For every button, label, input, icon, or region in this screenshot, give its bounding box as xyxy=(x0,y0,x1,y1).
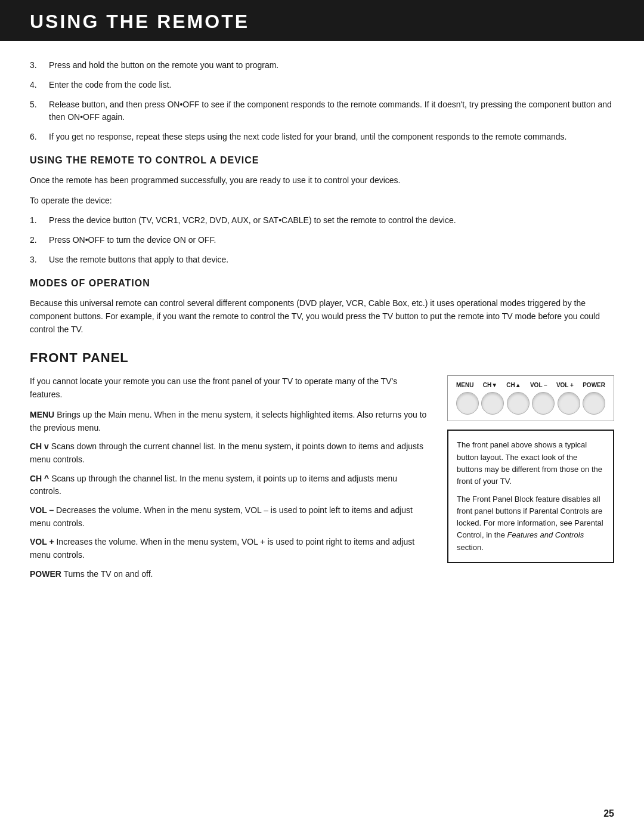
control-steps: 1. Press the device button (TV, VCR1, VC… xyxy=(30,214,614,266)
list-num: 5. xyxy=(30,98,42,123)
panel-button-voldown xyxy=(532,392,555,415)
chup-label: CH ^ xyxy=(30,474,49,483)
list-text: Press the device button (TV, VCR1, VCR2,… xyxy=(49,214,456,227)
control-device-sub-intro: To operate the device: xyxy=(30,194,614,208)
list-text: Enter the code from the code list. xyxy=(49,79,171,91)
menu-label: MENU xyxy=(30,410,54,419)
list-item: 3. Press and hold the button on the remo… xyxy=(30,59,614,72)
page-number: 25 xyxy=(603,808,614,819)
list-num: 3. xyxy=(30,254,42,266)
list-text: Use the remote buttons that apply to tha… xyxy=(49,254,228,266)
list-num: 6. xyxy=(30,131,42,143)
list-item: 3. Use the remote buttons that apply to … xyxy=(30,254,614,266)
volup-label: VOL + xyxy=(30,537,54,546)
list-item: 6. If you get no response, repeat these … xyxy=(30,131,614,143)
modes-title: MODES OF OPERATION xyxy=(30,278,614,289)
menu-text: Brings up the Main menu. When in the men… xyxy=(30,410,426,433)
front-panel-items: MENU Brings up the Main menu. When in th… xyxy=(30,409,429,581)
button-diagram: MENU CH▼ CH▲ VOL – VOL + POWER xyxy=(447,375,614,421)
front-panel-section: If you cannot locate your remote you can… xyxy=(30,375,614,586)
front-panel-text-area: If you cannot locate your remote you can… xyxy=(30,375,429,586)
page-content: 3. Press and hold the button on the remo… xyxy=(0,59,644,586)
label-voldown: VOL – xyxy=(530,382,547,388)
chv-text: Scans down through the current channel l… xyxy=(30,441,423,464)
panel-button-volup xyxy=(558,392,580,415)
volup-item: VOL + Increases the volume. When in the … xyxy=(30,536,429,561)
voldown-text: Decreases the volume. When in the menu s… xyxy=(30,505,413,528)
button-diagram-labels: MENU CH▼ CH▲ VOL – VOL + POWER xyxy=(456,382,605,388)
power-text: Turns the TV on and off. xyxy=(64,569,153,579)
panel-button-power xyxy=(583,392,605,415)
label-volup: VOL + xyxy=(556,382,574,388)
list-item: 4. Enter the code from the code list. xyxy=(30,79,614,91)
power-label: POWER xyxy=(30,569,61,579)
panel-button-chup xyxy=(507,392,530,415)
label-chdown: CH▼ xyxy=(483,382,497,388)
list-num: 2. xyxy=(30,234,42,246)
panel-button-chdown xyxy=(481,392,504,415)
list-item: 5. Release button, and then press ON•OFF… xyxy=(30,98,614,123)
list-num: 1. xyxy=(30,214,42,227)
modes-text: Because this universal remote can contro… xyxy=(30,297,614,336)
button-diagram-buttons xyxy=(456,392,605,415)
page-title: USING THE REMOTE xyxy=(30,11,614,33)
list-text: Release button, and then press ON•OFF to… xyxy=(49,98,614,123)
list-text: Press and hold the button on the remote … xyxy=(49,59,278,72)
front-panel-title: FRONT PANEL xyxy=(30,350,614,366)
chv-label: CH v xyxy=(30,441,49,451)
chup-text: Scans up through the channel list. In th… xyxy=(30,474,397,496)
chv-item: CH v Scans down through the current chan… xyxy=(30,440,429,466)
info-box-line1: The front panel above shows a typical bu… xyxy=(457,439,605,487)
list-num: 4. xyxy=(30,79,42,91)
label-power: POWER xyxy=(583,382,605,388)
front-panel-intro: If you cannot locate your remote you can… xyxy=(30,375,429,401)
list-item: 2. Press ON•OFF to turn the device ON or… xyxy=(30,234,614,246)
info-box-line2: The Front Panel Block feature disables a… xyxy=(457,493,605,554)
list-num: 3. xyxy=(30,59,42,72)
power-item: POWER Turns the TV on and off. xyxy=(30,568,429,581)
list-text: Press ON•OFF to turn the device ON or OF… xyxy=(49,234,216,246)
info-box-line2-italic: Features and Controls xyxy=(507,530,584,539)
panel-button-menu xyxy=(456,392,479,415)
label-menu: MENU xyxy=(456,382,473,388)
setup-steps: 3. Press and hold the button on the remo… xyxy=(30,59,614,143)
front-panel-right-area: MENU CH▼ CH▲ VOL – VOL + POWER xyxy=(447,375,614,563)
info-box-line2-end: section. xyxy=(457,543,484,552)
label-chup: CH▲ xyxy=(506,382,521,388)
list-item: 1. Press the device button (TV, VCR1, VC… xyxy=(30,214,614,227)
list-text: If you get no response, repeat these ste… xyxy=(49,131,567,143)
chup-item: CH ^ Scans up through the channel list. … xyxy=(30,472,429,498)
control-device-title: USING THE REMOTE TO CONTROL A DEVICE xyxy=(30,155,614,166)
volup-text: Increases the volume. When in the menu s… xyxy=(30,537,414,560)
voldown-label: VOL – xyxy=(30,505,54,515)
voldown-item: VOL – Decreases the volume. When in the … xyxy=(30,504,429,530)
control-device-intro: Once the remote has been programmed succ… xyxy=(30,174,614,187)
page-header: USING THE REMOTE xyxy=(0,0,644,41)
info-box: The front panel above shows a typical bu… xyxy=(447,430,614,563)
menu-item: MENU Brings up the Main menu. When in th… xyxy=(30,409,429,434)
